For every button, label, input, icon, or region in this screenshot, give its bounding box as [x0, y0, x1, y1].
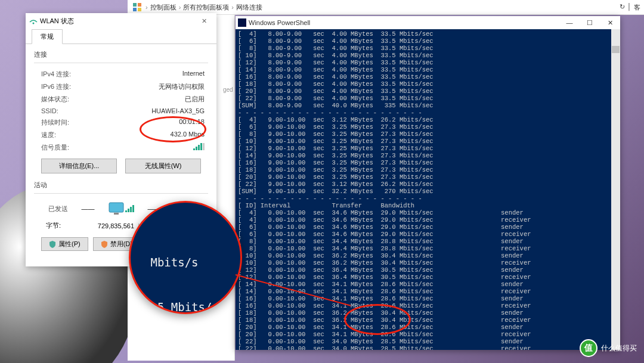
ps-scrollbar[interactable] [611, 29, 620, 350]
wlan-row: IPv6 连接:无网络访问权限 [34, 80, 208, 93]
breadcrumb-seg4: 客 [634, 3, 640, 12]
zoom-lens: Mbits/s 3.5 Mbits/sec 293 Mbits/sec 293 … [129, 201, 242, 314]
svg-rect-2 [133, 8, 137, 11]
svg-rect-5 [109, 203, 123, 212]
wlan-row: 持续时间:00:01:18 [34, 116, 208, 129]
breadcrumb-seg[interactable]: 控制面板 [150, 3, 177, 12]
watermark-badge: 值 [580, 339, 597, 357]
wlan-titlebar[interactable]: WLAN 状态 ✕ [26, 13, 216, 29]
activity-section-label: 活动 [34, 181, 208, 190]
control-panel-icon [132, 2, 142, 12]
powershell-window: Windows PowerShell — ☐ ✕ [ 4] 8.00-9.00 … [236, 16, 620, 350]
divider: │ [627, 3, 631, 12]
ps-scroll-thumb[interactable] [612, 46, 620, 53]
connection-section-label: 连接 [34, 50, 208, 59]
wlan-row: 媒体状态:已启用 [34, 93, 208, 106]
ps-output[interactable]: [ 4] 8.00-9.00 sec 4.00 MBytes 33.5 Mbit… [236, 29, 620, 350]
refresh-icon[interactable]: ↻ [620, 3, 625, 12]
close-icon[interactable]: ✕ [195, 17, 213, 25]
svg-rect-0 [133, 3, 137, 7]
svg-rect-1 [138, 3, 141, 7]
sent-label: 已发送 [48, 204, 68, 213]
wlan-row: 速度:432.0 Mbps [34, 129, 208, 141]
ps-title-text: Windows PowerShell [249, 19, 310, 26]
ps-icon [238, 18, 246, 27]
wifi-icon [29, 17, 38, 25]
wlan-tabs: 常规 [26, 29, 216, 44]
properties-button[interactable]: 属性(P) [41, 237, 88, 251]
maximize-icon[interactable]: ☐ [580, 19, 600, 27]
wlan-title-text: WLAN 状态 [40, 17, 74, 26]
ps-titlebar[interactable]: Windows PowerShell — ☐ ✕ [236, 16, 620, 29]
wlan-row: IPv4 连接:Internet [34, 68, 208, 80]
wireless-props-button[interactable]: 无线属性(W) [125, 159, 201, 173]
tab-general[interactable]: 常规 [32, 29, 63, 44]
breadcrumb-seg[interactable]: 网络连接 [236, 3, 262, 12]
svg-rect-3 [138, 8, 141, 11]
watermark-text: 什么值得买 [601, 343, 637, 353]
bytes-sent-value: 729,835,561 [82, 222, 134, 229]
ged-text: ged [223, 86, 233, 93]
minimize-icon[interactable]: — [559, 19, 580, 27]
svg-point-4 [33, 23, 35, 24]
watermark: 值 什么值得买 [580, 339, 637, 357]
bytes-label: 字节: [46, 221, 82, 230]
svg-rect-6 [114, 213, 119, 215]
breadcrumb-seg[interactable]: 所有控制面板项 [183, 3, 229, 12]
zoom-line: Mbits/s [144, 255, 233, 270]
close-icon[interactable]: ✕ [600, 19, 620, 27]
activity-icon [109, 202, 134, 215]
details-button[interactable]: 详细信息(E)... [41, 159, 117, 173]
wlan-row: 信号质量: [34, 141, 208, 154]
wlan-row: SSID:HUAWEI-AX3_5G [34, 106, 208, 116]
